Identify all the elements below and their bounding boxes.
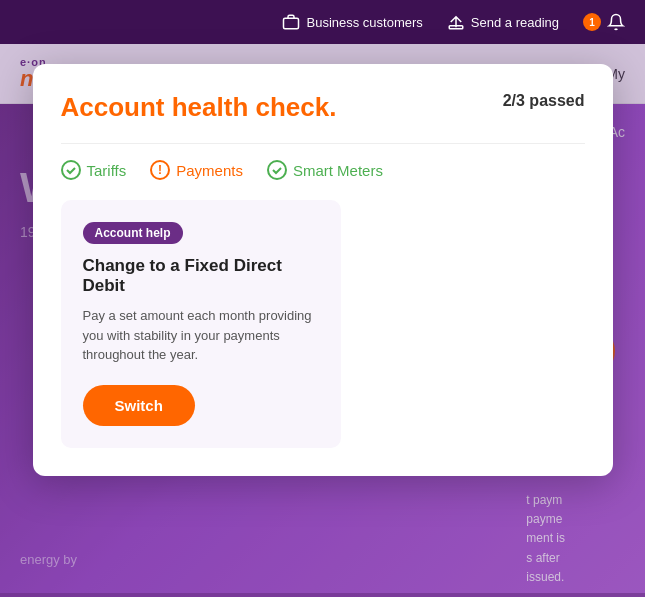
- svg-point-6: [268, 161, 286, 179]
- warn-icon: !: [150, 160, 170, 180]
- smart-meters-check-label: Smart Meters: [293, 162, 383, 179]
- check-smart-meters: Smart Meters: [267, 160, 383, 180]
- card-description: Pay a set amount each month providing yo…: [83, 306, 319, 365]
- svg-rect-0: [284, 18, 299, 29]
- notification-bell[interactable]: 1: [583, 13, 625, 31]
- top-bar: Business customers Send a reading 1: [0, 0, 645, 44]
- svg-point-3: [62, 161, 80, 179]
- tariffs-check-label: Tariffs: [87, 162, 127, 179]
- health-check-modal: Account health check. 2/3 passed Tariffs…: [33, 64, 613, 476]
- switch-button[interactable]: Switch: [83, 385, 195, 426]
- send-reading-link[interactable]: Send a reading: [447, 13, 559, 31]
- notification-badge: 1: [583, 13, 601, 31]
- divider: [61, 143, 585, 144]
- modal-overlay: Account health check. 2/3 passed Tariffs…: [0, 44, 645, 597]
- card-title: Change to a Fixed Direct Debit: [83, 256, 319, 296]
- passed-badge: 2/3 passed: [503, 92, 585, 110]
- check-tariffs: Tariffs: [61, 160, 127, 180]
- svg-text:!: !: [158, 163, 162, 177]
- business-customers-link[interactable]: Business customers: [282, 13, 422, 31]
- send-reading-label: Send a reading: [471, 15, 559, 30]
- check-payments: ! Payments: [150, 160, 243, 180]
- modal-header: Account health check. 2/3 passed: [61, 92, 585, 123]
- modal-title: Account health check.: [61, 92, 337, 123]
- checks-row: Tariffs ! Payments Smart Meters: [61, 160, 585, 180]
- card-tag: Account help: [83, 222, 183, 244]
- business-customers-label: Business customers: [306, 15, 422, 30]
- check-pass-icon: [61, 160, 81, 180]
- account-help-card: Account help Change to a Fixed Direct De…: [61, 200, 341, 448]
- check-pass-icon-2: [267, 160, 287, 180]
- payments-check-label: Payments: [176, 162, 243, 179]
